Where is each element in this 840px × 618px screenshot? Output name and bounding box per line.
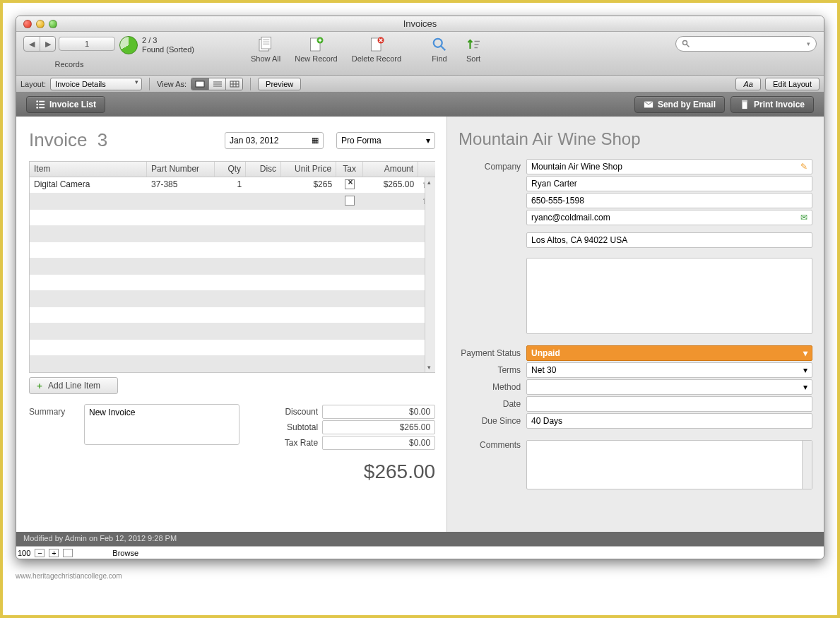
records-label: Records xyxy=(55,60,84,69)
customer-title: Mountain Air Wine Shop xyxy=(459,129,812,149)
print-invoice-button[interactable]: Print Invoice xyxy=(730,96,814,113)
find-button[interactable]: Find xyxy=(430,36,449,63)
show-all-icon xyxy=(256,36,276,53)
grid-scrollbar[interactable] xyxy=(425,177,435,372)
col-amount: Amount xyxy=(363,162,418,177)
svg-rect-32 xyxy=(742,100,747,102)
line-item-row[interactable]: 🗑 xyxy=(30,194,435,210)
contact-field[interactable]: Ryan Carter xyxy=(526,176,812,191)
found-set-pie-icon[interactable] xyxy=(119,36,138,54)
taxrate-field[interactable]: $0.00 xyxy=(322,436,435,450)
view-as-segmented[interactable] xyxy=(191,78,243,90)
record-nav-buttons[interactable]: ◀ ▶ xyxy=(23,36,56,52)
grid-body: Digital Camera 37-385 1 $265 $265.00 🗑 xyxy=(30,177,435,372)
line-items-grid-wrap: Item Part Number Qty Disc Unit Price Tax… xyxy=(29,161,446,394)
preview-button[interactable]: Preview xyxy=(258,78,301,90)
invoice-number: 3 xyxy=(97,129,107,150)
delete-record-button[interactable]: Delete Record xyxy=(352,36,401,63)
watermark: www.heritagechristiancollege.com xyxy=(16,572,824,580)
summary-field[interactable]: New Invoice xyxy=(84,404,239,445)
print-icon xyxy=(740,100,750,109)
tax-checkbox[interactable] xyxy=(345,196,355,206)
phone-field[interactable]: 650-555-1598 xyxy=(526,193,812,208)
col-tax: Tax xyxy=(336,162,363,177)
view-form-button[interactable] xyxy=(191,78,208,90)
line-items-grid: Item Part Number Qty Disc Unit Price Tax… xyxy=(29,161,435,373)
view-table-button[interactable] xyxy=(225,78,242,90)
notes-box[interactable] xyxy=(526,258,812,334)
sort-icon xyxy=(463,36,483,53)
payment-status-select[interactable]: Unpaid▾ xyxy=(526,345,812,361)
view-list-button[interactable] xyxy=(208,78,225,90)
delete-record-icon xyxy=(367,36,386,53)
viewas-label: View As: xyxy=(157,80,187,88)
company-field[interactable]: Mountain Air Wine Shop✎ xyxy=(526,159,812,174)
next-record-button[interactable]: ▶ xyxy=(40,37,55,51)
sort-button[interactable]: Sort xyxy=(463,36,483,63)
layout-label: Layout: xyxy=(20,80,46,88)
svg-rect-29 xyxy=(39,107,45,109)
mode-label: Browse xyxy=(112,549,138,557)
layout-select[interactable]: Invoice Details xyxy=(50,78,142,90)
svg-line-15 xyxy=(687,44,690,47)
zoom-box-icon[interactable] xyxy=(63,549,73,557)
customer-panel: Mountain Air Wine Shop Company Mountain … xyxy=(446,117,824,532)
new-record-button[interactable]: New Record xyxy=(295,36,338,63)
summary-row: Summary New Invoice Discount$0.00 Subtot… xyxy=(29,404,446,451)
search-dropdown-icon[interactable]: ▾ xyxy=(807,40,810,47)
calendar-icon[interactable]: ▦ xyxy=(312,136,319,145)
send-email-button[interactable]: Send by Email xyxy=(634,96,725,113)
svg-line-10 xyxy=(441,46,445,50)
address-field[interactable]: Los Altos, CA 94022 USA xyxy=(526,232,812,248)
subtotal-field: $265.00 xyxy=(322,420,435,434)
chevron-down-icon: ▾ xyxy=(803,382,808,392)
window-title: Invoices xyxy=(16,18,824,29)
titlebar: Invoices xyxy=(16,16,824,32)
summary-label: Summary xyxy=(29,404,71,451)
col-disc: Disc xyxy=(246,162,281,177)
col-qty: Qty xyxy=(215,162,246,177)
comments-scrollbar[interactable] xyxy=(802,441,812,489)
show-all-button[interactable]: Show All xyxy=(251,36,280,63)
main-toolbar: ◀ ▶ 1 Records 2 / 3 Found (Sorted) Show … xyxy=(16,32,824,76)
zoom-out-button[interactable]: − xyxy=(35,549,45,557)
mail-icon[interactable]: ✉ xyxy=(800,213,808,222)
invoice-type-select[interactable]: Pro Forma ▾ xyxy=(336,132,435,149)
mail-icon xyxy=(644,100,653,109)
comments-field[interactable] xyxy=(526,440,812,489)
record-number-field[interactable]: 1 xyxy=(59,37,115,51)
find-icon xyxy=(430,36,449,53)
svg-rect-16 xyxy=(196,81,204,87)
svg-point-24 xyxy=(36,100,38,102)
status-bar: Modified by Admin on Feb 12, 2012 9:28 P… xyxy=(16,532,824,546)
invoice-list-button[interactable]: Invoice List xyxy=(26,96,105,113)
col-unit-price: Unit Price xyxy=(281,162,336,177)
chevron-down-icon: ▾ xyxy=(803,348,808,358)
edit-icon[interactable]: ✎ xyxy=(800,162,808,172)
tax-checkbox[interactable] xyxy=(345,179,355,189)
list-icon xyxy=(35,100,45,109)
search-input[interactable] xyxy=(693,40,807,48)
due-since-field: 40 Days xyxy=(526,413,812,429)
quick-search[interactable]: ▾ xyxy=(675,36,817,52)
terms-select[interactable]: Net 30▾ xyxy=(526,362,812,378)
zoom-value: 100 xyxy=(18,549,30,557)
payment-date-field[interactable] xyxy=(526,396,812,412)
zoom-in-button[interactable]: + xyxy=(49,549,59,557)
prev-record-button[interactable]: ◀ xyxy=(24,37,40,51)
col-part-number: Part Number xyxy=(147,162,215,177)
chevron-down-icon: ▾ xyxy=(426,136,430,145)
app-window: Invoices ◀ ▶ 1 Records 2 / 3 Found (Sort… xyxy=(16,16,824,559)
invoice-date-field[interactable]: Jan 03, 2012 ▦ xyxy=(225,132,324,149)
invoice-title: Invoice 3 xyxy=(29,129,107,151)
svg-rect-1 xyxy=(261,37,271,49)
text-format-button[interactable]: Aa xyxy=(735,78,760,90)
email-field[interactable]: ryanc@coldmail.com✉ xyxy=(526,210,812,225)
add-line-item-button[interactable]: ＋ Add Line Item xyxy=(29,377,118,394)
method-select[interactable]: ▾ xyxy=(526,379,812,395)
svg-rect-28 xyxy=(39,104,45,105)
discount-field[interactable]: $0.00 xyxy=(322,405,435,419)
line-item-row[interactable]: Digital Camera 37-385 1 $265 $265.00 🗑 xyxy=(30,177,435,194)
edit-layout-button[interactable]: Edit Layout xyxy=(765,78,820,90)
zoom-bar: 100 − + Browse xyxy=(16,546,824,559)
